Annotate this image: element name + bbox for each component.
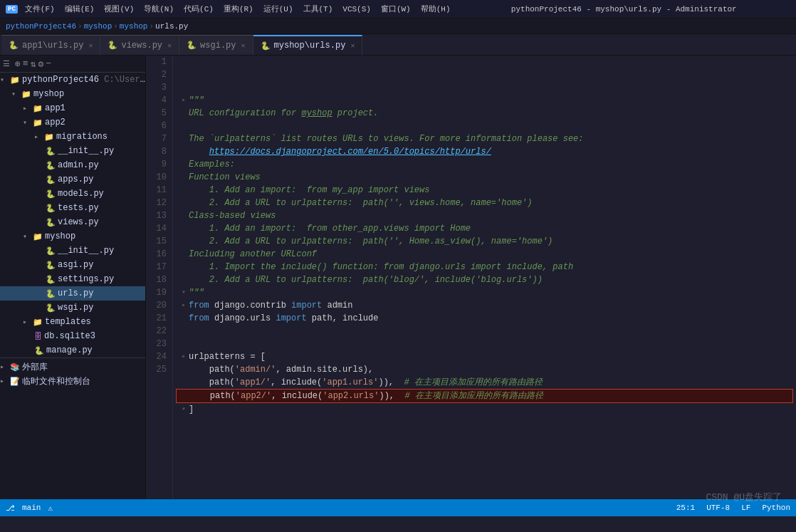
code-line: 2. Add a URL to urlpatterns: path('', Ho… xyxy=(179,235,790,248)
tab-wsgi[interactable]: 🐍 wsgi.py ✕ xyxy=(179,35,253,55)
bc-myshop1[interactable]: myshop xyxy=(84,22,112,31)
tree-item-urls[interactable]: 🐍 urls.py xyxy=(0,286,145,301)
code-line: Function views xyxy=(179,171,790,184)
tree-item-myshop-init[interactable]: 🐍 __init__.py xyxy=(0,244,145,258)
edit-menu[interactable]: 编辑(E) xyxy=(62,4,98,14)
sort-icon[interactable]: ⇅ xyxy=(31,58,36,70)
minus-icon[interactable]: − xyxy=(46,58,51,69)
title-bar: PC 文件(F) 编辑(E) 视图(V) 导航(N) 代码(C) 重构(R) 运… xyxy=(0,0,796,19)
settings-icon[interactable]: ⚙ xyxy=(38,58,43,70)
py-file-icon: 🐍 xyxy=(187,41,197,50)
py-file-icon: 🐍 xyxy=(108,41,117,50)
tree-item-admin[interactable]: 🐍 admin.py xyxy=(0,158,145,172)
tab-close-myshop-urls[interactable]: ✕ xyxy=(350,41,355,50)
line-col: 25:1 xyxy=(676,504,695,512)
tab-close-app1-urls[interactable]: ✕ xyxy=(88,41,93,50)
code-line: from django.urls import path, include xyxy=(179,312,790,325)
tree-item-scratch[interactable]: ▸ 📝 临时文件和控制台 xyxy=(0,374,145,388)
add-icon[interactable]: ⊕ xyxy=(15,58,21,70)
status-right: 25:1 UTF-8 LF Python xyxy=(676,504,790,512)
bc-project[interactable]: pythonProject46 xyxy=(6,22,76,31)
tree-item-app2-init[interactable]: 🐍 __init__.py xyxy=(0,144,145,158)
vcs-menu[interactable]: VCS(S) xyxy=(340,5,374,14)
tree-item-templates[interactable]: ▸ 📁 templates xyxy=(0,315,145,329)
py-icon: 🐍 xyxy=(46,175,56,184)
window-menu[interactable]: 窗口(W) xyxy=(378,4,414,14)
code-line: Including another URLconf xyxy=(179,248,790,261)
tree-item-myshop-sub[interactable]: ▾ 📁 myshop xyxy=(0,229,145,244)
code-line: 1. Add an import: from other_app.views i… xyxy=(179,222,790,235)
line-numbers: 1 2 3 4 5 6 7 8 9 10 11 12 13 14 15 16 1… xyxy=(146,56,173,499)
code-line: path('app1/', include('app1.urls')), # 在… xyxy=(179,376,790,389)
help-menu[interactable]: 帮助(H) xyxy=(418,4,454,14)
py-icon: 🐍 xyxy=(46,218,56,227)
view-menu[interactable]: 视图(V) xyxy=(101,4,137,14)
code-line: Class-based views xyxy=(179,209,790,222)
db-icon: 🗄 xyxy=(34,332,42,341)
code-line: The `urlpatterns` list routes URLs to vi… xyxy=(179,132,790,145)
collapse-icon[interactable]: ≡ xyxy=(23,58,28,69)
tree-item-wsgi[interactable]: 🐍 wsgi.py xyxy=(0,301,145,315)
code-text[interactable]: ▸ """ URL configuration for myshop proje… xyxy=(173,56,796,499)
refactor-menu[interactable]: 重构(R) xyxy=(221,4,256,14)
code-line: Examples: xyxy=(179,158,790,171)
folder-icon: 📁 xyxy=(44,132,54,142)
tab-myshop-urls[interactable]: 🐍 myshop\urls.py ✕ xyxy=(253,35,363,55)
file-menu[interactable]: 文件(F) xyxy=(22,4,58,14)
encoding[interactable]: UTF-8 xyxy=(706,504,730,512)
code-menu[interactable]: 代码(C) xyxy=(181,4,216,14)
py-icon: 🐍 xyxy=(34,346,44,355)
folder-icon: 📁 xyxy=(33,232,43,241)
tree-item-migrations[interactable]: ▸ 📁 migrations xyxy=(0,130,145,144)
py-icon: 🐍 xyxy=(46,246,56,256)
code-line: ▾ """ xyxy=(179,286,790,299)
tree-item-myshop[interactable]: ▾ 📁 myshop xyxy=(0,87,145,101)
warning-icon: ⚠ xyxy=(48,504,53,513)
tab-close-wsgi[interactable]: ✕ xyxy=(241,41,246,50)
folder-icon: 📁 xyxy=(33,104,43,113)
sidebar-toolbar: ☰ ⊕ ≡ ⇅ ⚙ − xyxy=(0,56,145,73)
tools-menu[interactable]: 工具(T) xyxy=(300,4,336,14)
tree-item-apps[interactable]: 🐍 apps.py xyxy=(0,172,145,187)
tree-item-app2-views[interactable]: 🐍 views.py xyxy=(0,215,145,229)
code-line: 1. Import the include() function: from d… xyxy=(179,261,790,273)
sidebar-menu-icon[interactable]: ☰ xyxy=(3,59,10,68)
py-file-icon: 🐍 xyxy=(261,41,271,51)
line-ending[interactable]: LF xyxy=(741,504,750,512)
folder-icon: 📁 xyxy=(21,90,31,99)
tree-item-models[interactable]: 🐍 models.py xyxy=(0,187,145,201)
lib-icon: 📚 xyxy=(10,363,20,372)
tab-close-views[interactable]: ✕ xyxy=(167,41,172,50)
py-icon: 🐍 xyxy=(46,189,56,199)
code-line: 2. Add a URL to urlpatterns: path('blog/… xyxy=(179,273,790,286)
run-menu[interactable]: 运行(U) xyxy=(261,4,296,14)
tree-item-external-libs[interactable]: ▸ 📚 外部库 xyxy=(0,360,145,374)
nav-menu[interactable]: 导航(N) xyxy=(141,4,177,14)
tree-item-manage[interactable]: 🐍 manage.py xyxy=(0,343,145,358)
tree-item-db[interactable]: 🗄 db.sqlite3 xyxy=(0,329,145,343)
tab-app1-urls[interactable]: 🐍 app1\urls.py ✕ xyxy=(1,35,100,55)
tree-item-app2[interactable]: ▾ 📁 app2 xyxy=(0,115,145,130)
tree-item-asgi[interactable]: 🐍 asgi.py xyxy=(0,258,145,272)
py-icon: 🐍 xyxy=(46,261,56,270)
code-line: ▸ """ xyxy=(179,94,790,107)
main-area: ☰ ⊕ ≡ ⇅ ⚙ − ▾ 📁 pythonProject46 C:\Users… xyxy=(0,56,796,499)
tree-item-settings[interactable]: 🐍 settings.py xyxy=(0,272,145,286)
bc-myshop2[interactable]: myshop xyxy=(120,22,148,31)
tree-item-app1[interactable]: ▸ 📁 app1 xyxy=(0,101,145,115)
bc-file[interactable]: urls.py xyxy=(155,22,188,31)
code-line: ▸ urlpatterns = [ xyxy=(179,350,790,363)
tree-root[interactable]: ▾ 📁 pythonProject46 C:\Users... xyxy=(0,73,145,87)
py-icon: 🐍 xyxy=(46,204,56,213)
tabs-bar: 🐍 app1\urls.py ✕ 🐍 views.py ✕ 🐍 wsgi.py … xyxy=(0,34,796,56)
git-branch[interactable]: main xyxy=(22,504,41,512)
py-icon: 🐍 xyxy=(46,289,56,298)
code-line: path('admin/', admin.site.urls), xyxy=(179,363,790,376)
tree-item-tests[interactable]: 🐍 tests.py xyxy=(0,201,145,215)
tab-views[interactable]: 🐍 views.py ✕ xyxy=(100,35,179,55)
code-area[interactable]: 1 2 3 4 5 6 7 8 9 10 11 12 13 14 15 16 1… xyxy=(146,56,796,499)
language[interactable]: Python xyxy=(762,504,790,512)
breadcrumb: pythonProject46 › myshop › myshop › urls… xyxy=(0,19,796,34)
code-line xyxy=(179,338,790,350)
py-icon: 🐍 xyxy=(46,147,56,156)
